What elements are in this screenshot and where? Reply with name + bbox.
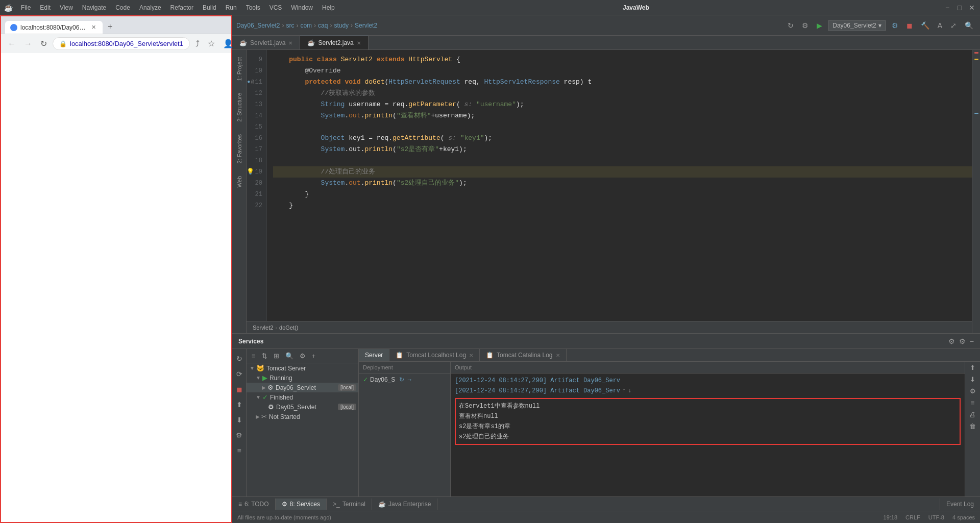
svc-filter-button[interactable]: ⊞ [272,351,281,361]
window-maximize-button[interactable]: □ [955,4,964,12]
services-config-button[interactable]: ⚙ [234,430,244,441]
tree-arrow-running[interactable]: ▼ [256,375,261,381]
menu-help[interactable]: Help [318,3,339,13]
error-marker [974,52,978,54]
tree-arrow-not-started[interactable]: ▶ [256,414,260,419]
menu-run[interactable]: Run [222,3,241,13]
panel-minimize-button[interactable]: − [970,337,974,345]
services-deploy-button[interactable]: ⬆ [235,399,244,410]
tool-tab-enterprise[interactable]: ☕ Java Enterprise [372,499,437,510]
services-stop-button[interactable]: ◼ [235,384,244,395]
tree-arrow-finished[interactable]: ▼ [256,394,261,400]
tree-item-not-started[interactable]: ▶ ✂ Not Started [247,412,358,421]
sidebar-tab-favorites[interactable]: 2: Favorites [235,131,244,166]
svc-search-button[interactable]: 🔍 [283,351,296,361]
tree-item-finished[interactable]: ▼ ✓ Finished [247,392,358,402]
todo-label: 6: TODO [244,501,269,508]
svc-add-button[interactable]: + [310,351,318,361]
ide-pane: Day06_Servlet2 › src › com › caq › study… [232,15,980,523]
menu-refactor[interactable]: Refactor [166,3,198,13]
svc-tab-server[interactable]: Server [359,349,389,361]
event-log-tab[interactable]: Event Log [940,499,980,510]
browser-address-bar[interactable]: 🔒 localhost:8080/Day06_Servlet/servlet1 [53,37,190,50]
browser-back-button[interactable]: ← [5,38,18,50]
tree-item-running[interactable]: ▼ ▶ Running [247,373,358,383]
output-scroll-up-button[interactable]: ⬆ [970,364,975,371]
tab-servlet2[interactable]: ☕ Servlet2.java ✕ [300,36,368,49]
browser-tab-close[interactable]: ✕ [90,23,97,31]
tree-arrow-day06[interactable]: ▶ [262,385,266,390]
menu-view[interactable]: View [56,3,77,13]
svc-localhost-tab-close[interactable]: ✕ [469,353,473,358]
ide-content: 1: Project 2: Structure 2: Favorites Web… [232,50,980,333]
svc-tab-catalina-log[interactable]: 📋 Tomcat Catalina Log ✕ [480,349,566,361]
tool-tab-services[interactable]: ⚙ 8: Services [276,499,327,510]
window-minimize-button[interactable]: − [943,4,951,12]
browser-share-button[interactable]: ⤴ [193,38,202,50]
services-refresh-button[interactable]: ↻ [235,353,244,364]
translate-button[interactable]: A [935,20,945,31]
tree-item-tomcat[interactable]: ▼ 🐱 Tomcat Server [247,363,358,373]
output-align-button[interactable]: ≡ [971,399,975,407]
run-config-dropdown[interactable]: Day06_Servlet2 ▾ [828,20,886,31]
browser-forward-button[interactable]: → [21,38,35,50]
refresh-button[interactable]: ↻ [785,20,796,31]
svc-all-button[interactable]: ≡ [250,351,258,361]
output-highlighted-line-3: s2是否有章s1的章 [459,421,957,432]
services-log-button[interactable]: ≡ [235,445,242,456]
sidebar-tab-structure[interactable]: 2: Structure [235,90,244,125]
tree-item-day05[interactable]: ⚙ Day05_Servlet [local] [247,402,358,412]
services-rerun-button[interactable]: ⟳ [235,368,244,380]
build-button[interactable]: 🔨 [918,20,932,31]
svc-expand-button[interactable]: ⇅ [260,351,270,361]
tab-servlet1-close[interactable]: ✕ [288,40,292,46]
browser-bookmark-button[interactable]: ☆ [205,37,217,50]
sidebar-tab-project[interactable]: 1: Project [235,54,244,84]
tab-servlet2-close[interactable]: ✕ [357,40,361,46]
debug-button[interactable]: ⚙ [889,20,901,31]
panel-gear-button[interactable]: ⚙ [959,337,966,345]
menu-navigate[interactable]: Navigate [78,3,110,13]
code-line-12: //获取请求的参数 [273,88,972,99]
stop-button[interactable]: ◼ [904,20,915,31]
panel-settings-button[interactable]: ⚙ [948,337,955,345]
output-print-button[interactable]: 🖨 [969,411,976,418]
services-download-button[interactable]: ⬇ [235,414,244,426]
menu-edit[interactable]: Edit [36,3,55,13]
browser-tab-active[interactable]: localhost:8080/Day06_Servlet/... ✕ [5,21,103,34]
menu-window[interactable]: Window [287,3,317,13]
ide-file-tabs: ☕ Servlet1.java ✕ ☕ Servlet2.java ✕ [232,36,980,50]
browser-refresh-button[interactable]: ↻ [38,37,50,50]
main-layout: localhost:8080/Day06_Servlet/... ✕ + ← →… [0,15,980,523]
menu-tools[interactable]: Tools [242,3,264,13]
svc-catalina-tab-close[interactable]: ✕ [556,353,560,358]
window-close-button[interactable]: ✕ [968,4,976,12]
deploy-check-icon: ✓ [363,376,368,383]
sidebar-tab-web[interactable]: Web [235,173,244,190]
output-header: Output [451,362,965,373]
running-icon: ▶ [262,374,267,382]
output-settings-button[interactable]: ⚙ [970,387,976,395]
tree-item-day06[interactable]: ▶ ⚙ Day06_Servlet [local] [247,383,358,392]
fullscreen-button[interactable]: ⤢ [948,20,959,31]
tool-tab-terminal[interactable]: >_ Terminal [327,499,372,510]
browser-new-tab-button[interactable]: + [104,19,116,34]
menu-analyze[interactable]: Analyze [135,3,165,13]
output-clear-button[interactable]: 🗑 [969,422,976,430]
menu-build[interactable]: Build [199,3,220,13]
tab-servlet1[interactable]: ☕ Servlet1.java ✕ [232,36,300,49]
svc-tab-localhost-log[interactable]: 📋 Tomcat Localhost Log ✕ [389,349,480,361]
svc-settings-button[interactable]: ⚙ [298,351,308,361]
menu-vcs[interactable]: VCS [265,3,286,13]
tree-arrow-tomcat[interactable]: ▼ [250,365,255,371]
run-config-button[interactable]: ▶ [814,20,825,31]
code-line-11: protected void doGet(HttpServletRequest … [273,77,972,88]
search-button[interactable]: 🔍 [962,20,976,31]
output-scroll-down-button[interactable]: ⬇ [970,376,975,383]
menu-code[interactable]: Code [111,3,134,13]
tool-tab-todo[interactable]: ≡ 6: TODO [232,499,276,510]
services-toolbar: ≡ ⇅ ⊞ 🔍 ⚙ + [247,349,358,363]
settings-button[interactable]: ⚙ [799,20,811,31]
output-highlighted-box: 在Servlet1中查看参数null 查看材料null s2是否有章s1的章 s… [455,398,961,445]
menu-file[interactable]: File [17,3,35,13]
